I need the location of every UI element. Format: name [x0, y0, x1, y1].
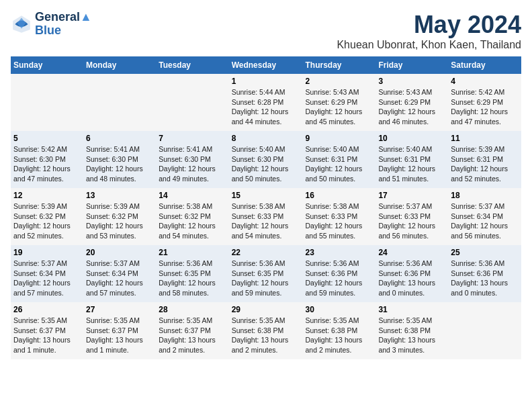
page-header: General▲ Blue May 2024 Khuean Ubonrat, K…	[11, 11, 521, 51]
header-cell-friday: Friday	[375, 56, 448, 74]
day-number: 12	[13, 191, 81, 200]
calendar-cell: 30Sunrise: 5:35 AMSunset: 6:38 PMDayligh…	[303, 302, 376, 359]
day-number: 5	[13, 134, 81, 143]
day-info: Sunrise: 5:39 AMSunset: 6:32 PMDaylight:…	[86, 201, 153, 241]
calendar-cell: 11Sunrise: 5:39 AMSunset: 6:31 PMDayligh…	[448, 131, 521, 188]
calendar-cell: 21Sunrise: 5:36 AMSunset: 6:35 PMDayligh…	[156, 245, 228, 302]
day-number: 17	[378, 191, 445, 200]
day-number: 10	[378, 134, 445, 143]
calendar-cell: 5Sunrise: 5:42 AMSunset: 6:30 PMDaylight…	[11, 131, 83, 188]
title-block: May 2024 Khuean Ubonrat, Khon Kaen, Thai…	[337, 11, 521, 51]
calendar-cell: 16Sunrise: 5:38 AMSunset: 6:33 PMDayligh…	[303, 188, 376, 245]
day-number: 11	[451, 134, 519, 143]
subtitle: Khuean Ubonrat, Khon Kaen, Thailand	[337, 39, 521, 51]
day-info: Sunrise: 5:35 AMSunset: 6:37 PMDaylight:…	[86, 316, 153, 355]
calendar-cell: 22Sunrise: 5:36 AMSunset: 6:35 PMDayligh…	[229, 245, 303, 302]
day-info: Sunrise: 5:40 AMSunset: 6:31 PMDaylight:…	[306, 144, 373, 184]
header-cell-sunday: Sunday	[11, 56, 83, 74]
day-number: 24	[378, 248, 445, 257]
week-row-5: 26Sunrise: 5:35 AMSunset: 6:37 PMDayligh…	[11, 302, 521, 359]
calendar-cell: 29Sunrise: 5:35 AMSunset: 6:38 PMDayligh…	[229, 302, 303, 359]
day-number: 30	[306, 305, 373, 314]
day-number: 14	[159, 191, 226, 200]
day-info: Sunrise: 5:38 AMSunset: 6:33 PMDaylight:…	[306, 201, 373, 241]
calendar-cell: 2Sunrise: 5:43 AMSunset: 6:29 PMDaylight…	[303, 74, 376, 131]
day-number: 31	[378, 305, 445, 314]
logo-icon	[11, 13, 32, 35]
day-number: 19	[13, 248, 81, 257]
week-row-3: 12Sunrise: 5:39 AMSunset: 6:32 PMDayligh…	[11, 188, 521, 245]
calendar-cell	[11, 74, 83, 131]
day-info: Sunrise: 5:38 AMSunset: 6:33 PMDaylight:…	[232, 201, 300, 241]
day-number: 20	[86, 248, 153, 257]
day-number: 9	[306, 134, 373, 143]
header-cell-thursday: Thursday	[303, 56, 376, 74]
day-number: 15	[232, 191, 300, 200]
calendar-cell: 14Sunrise: 5:38 AMSunset: 6:32 PMDayligh…	[156, 188, 228, 245]
day-number: 2	[306, 77, 373, 86]
calendar-cell	[156, 74, 228, 131]
week-row-4: 19Sunrise: 5:37 AMSunset: 6:34 PMDayligh…	[11, 245, 521, 302]
calendar-cell: 4Sunrise: 5:42 AMSunset: 6:29 PMDaylight…	[448, 74, 521, 131]
day-number: 16	[306, 191, 373, 200]
calendar-cell: 8Sunrise: 5:40 AMSunset: 6:30 PMDaylight…	[229, 131, 303, 188]
day-info: Sunrise: 5:35 AMSunset: 6:38 PMDaylight:…	[378, 316, 445, 355]
calendar-cell: 10Sunrise: 5:40 AMSunset: 6:31 PMDayligh…	[375, 131, 448, 188]
day-number: 6	[86, 134, 153, 143]
day-info: Sunrise: 5:40 AMSunset: 6:31 PMDaylight:…	[378, 144, 445, 184]
day-info: Sunrise: 5:35 AMSunset: 6:38 PMDaylight:…	[306, 316, 373, 355]
calendar-cell: 23Sunrise: 5:36 AMSunset: 6:36 PMDayligh…	[303, 245, 376, 302]
day-number: 21	[159, 248, 226, 257]
day-info: Sunrise: 5:43 AMSunset: 6:29 PMDaylight:…	[378, 87, 445, 127]
calendar-cell: 6Sunrise: 5:41 AMSunset: 6:30 PMDaylight…	[83, 131, 156, 188]
calendar-cell: 18Sunrise: 5:37 AMSunset: 6:34 PMDayligh…	[448, 188, 521, 245]
day-info: Sunrise: 5:37 AMSunset: 6:34 PMDaylight:…	[86, 259, 153, 298]
week-row-2: 5Sunrise: 5:42 AMSunset: 6:30 PMDaylight…	[11, 131, 521, 188]
header-cell-monday: Monday	[83, 56, 156, 74]
day-info: Sunrise: 5:37 AMSunset: 6:34 PMDaylight:…	[13, 259, 81, 298]
day-info: Sunrise: 5:36 AMSunset: 6:35 PMDaylight:…	[232, 259, 300, 298]
calendar-cell: 1Sunrise: 5:44 AMSunset: 6:28 PMDaylight…	[229, 74, 303, 131]
day-number: 4	[451, 77, 519, 86]
calendar-cell	[83, 74, 156, 131]
calendar-cell: 13Sunrise: 5:39 AMSunset: 6:32 PMDayligh…	[83, 188, 156, 245]
day-number: 1	[232, 77, 300, 86]
day-number: 23	[306, 248, 373, 257]
day-number: 3	[378, 77, 445, 86]
calendar-cell: 20Sunrise: 5:37 AMSunset: 6:34 PMDayligh…	[83, 245, 156, 302]
day-info: Sunrise: 5:35 AMSunset: 6:38 PMDaylight:…	[232, 316, 300, 355]
day-info: Sunrise: 5:35 AMSunset: 6:37 PMDaylight:…	[13, 316, 81, 355]
calendar-cell: 17Sunrise: 5:37 AMSunset: 6:33 PMDayligh…	[375, 188, 448, 245]
calendar-cell: 31Sunrise: 5:35 AMSunset: 6:38 PMDayligh…	[375, 302, 448, 359]
day-number: 7	[159, 134, 226, 143]
day-number: 29	[232, 305, 300, 314]
day-number: 27	[86, 305, 153, 314]
day-info: Sunrise: 5:36 AMSunset: 6:36 PMDaylight:…	[378, 259, 445, 298]
header-row: SundayMondayTuesdayWednesdayThursdayFrid…	[11, 56, 521, 74]
day-info: Sunrise: 5:36 AMSunset: 6:36 PMDaylight:…	[306, 259, 373, 298]
day-info: Sunrise: 5:38 AMSunset: 6:32 PMDaylight:…	[159, 201, 226, 241]
day-number: 28	[159, 305, 226, 314]
calendar-cell: 24Sunrise: 5:36 AMSunset: 6:36 PMDayligh…	[375, 245, 448, 302]
day-number: 8	[232, 134, 300, 143]
calendar-cell: 26Sunrise: 5:35 AMSunset: 6:37 PMDayligh…	[11, 302, 83, 359]
day-info: Sunrise: 5:37 AMSunset: 6:34 PMDaylight:…	[451, 201, 519, 241]
day-info: Sunrise: 5:42 AMSunset: 6:29 PMDaylight:…	[451, 87, 519, 127]
day-info: Sunrise: 5:41 AMSunset: 6:30 PMDaylight:…	[86, 144, 153, 184]
day-info: Sunrise: 5:36 AMSunset: 6:35 PMDaylight:…	[159, 259, 226, 298]
day-number: 25	[451, 248, 519, 257]
calendar-cell: 19Sunrise: 5:37 AMSunset: 6:34 PMDayligh…	[11, 245, 83, 302]
day-info: Sunrise: 5:40 AMSunset: 6:30 PMDaylight:…	[232, 144, 300, 184]
calendar-cell: 7Sunrise: 5:41 AMSunset: 6:30 PMDaylight…	[156, 131, 228, 188]
day-number: 22	[232, 248, 300, 257]
calendar-table: SundayMondayTuesdayWednesdayThursdayFrid…	[11, 56, 521, 359]
day-number: 26	[13, 305, 81, 314]
calendar-cell: 28Sunrise: 5:35 AMSunset: 6:37 PMDayligh…	[156, 302, 228, 359]
calendar-cell: 9Sunrise: 5:40 AMSunset: 6:31 PMDaylight…	[303, 131, 376, 188]
day-info: Sunrise: 5:44 AMSunset: 6:28 PMDaylight:…	[232, 87, 300, 127]
calendar-cell: 27Sunrise: 5:35 AMSunset: 6:37 PMDayligh…	[83, 302, 156, 359]
logo: General▲ Blue	[11, 11, 92, 38]
day-info: Sunrise: 5:36 AMSunset: 6:36 PMDaylight:…	[451, 259, 519, 298]
day-number: 18	[451, 191, 519, 200]
calendar-cell: 3Sunrise: 5:43 AMSunset: 6:29 PMDaylight…	[375, 74, 448, 131]
